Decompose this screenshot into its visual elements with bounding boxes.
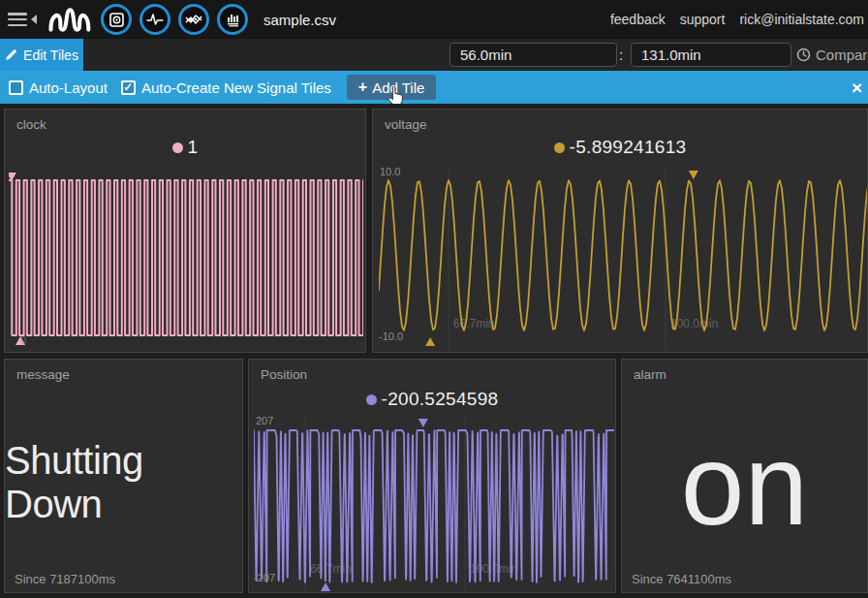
y-min-label: -10.0 bbox=[379, 330, 403, 342]
auto-layout-checkbox[interactable] bbox=[9, 80, 23, 95]
auto-create-group: ✓ Auto-Create New Signal Tiles bbox=[121, 79, 331, 96]
legend-position: -200.5254598 bbox=[249, 389, 615, 410]
legend-clock: 1 bbox=[5, 137, 365, 158]
legend-voltage: -5.899241613 bbox=[373, 137, 867, 158]
bucket-title: sample.csv bbox=[264, 12, 336, 28]
series-dot bbox=[366, 394, 377, 405]
series-dot bbox=[554, 142, 565, 153]
y-min-label: -207 bbox=[254, 572, 275, 583]
since-label: Since 7641100ms bbox=[632, 572, 731, 586]
since-label: Since 7187100ms bbox=[15, 572, 115, 586]
edit-tiles-toolbar: Auto-Layout ✓ Auto-Create New Signal Til… bbox=[0, 71, 868, 104]
series-dot bbox=[172, 142, 183, 153]
tile-position[interactable]: Position -200.5254598 66.7min100.0min 20… bbox=[248, 359, 616, 593]
tile-title: voltage bbox=[385, 117, 427, 132]
feedback-link[interactable]: feedback bbox=[610, 12, 666, 27]
time-separator: : bbox=[619, 47, 623, 63]
plot-voltage: 66.7min100.0min 10.0 -10.0 bbox=[379, 168, 868, 349]
compare-label: Compare bbox=[816, 47, 868, 63]
view-buttons bbox=[101, 4, 248, 35]
add-tile-label: Add Tile bbox=[372, 79, 424, 96]
add-tile-button[interactable]: + Add Tile bbox=[347, 75, 437, 100]
auto-create-label[interactable]: Auto-Create New Signal Tiles bbox=[141, 79, 331, 96]
support-link[interactable]: support bbox=[680, 12, 726, 27]
tile-title: Position bbox=[261, 367, 307, 382]
auto-layout-group: Auto-Layout bbox=[9, 79, 108, 96]
pencil-icon bbox=[5, 48, 17, 61]
current-value: -5.899241613 bbox=[570, 137, 687, 158]
tile-title: clock bbox=[16, 117, 46, 132]
edit-tiles-label: Edit Tiles bbox=[23, 47, 78, 63]
compare-button[interactable]: Compare bbox=[796, 47, 868, 63]
top-bar: sample.csv feedback support rick@initial… bbox=[0, 0, 868, 39]
svg-text:66.7min: 66.7min bbox=[453, 317, 495, 330]
collapse-arrow-icon[interactable] bbox=[31, 15, 37, 24]
close-edit-bar-icon[interactable]: × bbox=[852, 79, 862, 97]
current-value: 1 bbox=[188, 137, 199, 158]
waves-view-icon[interactable] bbox=[140, 4, 170, 35]
y-max-label: 207 bbox=[256, 415, 273, 426]
plus-icon: + bbox=[358, 79, 367, 96]
time-start-input[interactable] bbox=[450, 43, 617, 67]
plot-clock: 0 bbox=[9, 170, 363, 348]
sub-bar: Edit Tiles : Compare bbox=[0, 39, 868, 71]
initialstate-logo bbox=[46, 3, 91, 36]
tile-grid: clock 1 0 voltage -5.899241613 66.7min10… bbox=[0, 104, 868, 598]
top-nav: feedback support rick@initialstate.com bbox=[610, 12, 868, 27]
apps-view-icon[interactable] bbox=[217, 4, 248, 35]
tile-voltage[interactable]: voltage -5.899241613 66.7min100.0min 10.… bbox=[372, 109, 868, 353]
plot-position: 66.7min100.0min 207 -207 bbox=[254, 416, 614, 593]
menu-icon[interactable] bbox=[8, 13, 27, 26]
message-value: Shutting Down bbox=[5, 360, 242, 592]
tiles-view-icon[interactable] bbox=[101, 4, 132, 35]
account-link[interactable]: rick@initialstate.com bbox=[739, 12, 864, 27]
auto-layout-label[interactable]: Auto-Layout bbox=[29, 79, 108, 96]
tile-message[interactable]: message Shutting Down Since 7187100ms bbox=[4, 359, 243, 593]
alarm-value: on bbox=[622, 360, 867, 592]
tile-clock[interactable]: clock 1 0 bbox=[4, 109, 366, 353]
current-value: -200.5254598 bbox=[382, 389, 499, 410]
time-end-input[interactable] bbox=[631, 43, 791, 67]
tile-alarm[interactable]: alarm on Since 7641100ms bbox=[621, 359, 868, 593]
auto-create-checkbox[interactable]: ✓ bbox=[121, 80, 136, 95]
lines-view-icon[interactable] bbox=[178, 4, 209, 35]
tab-edit-tiles[interactable]: Edit Tiles bbox=[0, 39, 83, 71]
y-max-label: 10.0 bbox=[380, 166, 400, 177]
y-min-label: 0 bbox=[20, 334, 26, 346]
clock-icon bbox=[796, 47, 811, 62]
